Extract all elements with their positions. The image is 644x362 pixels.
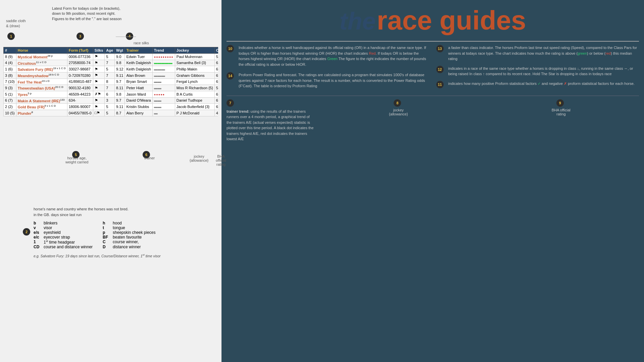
ann12-section: 12 indicates in a race of the same race … [436, 66, 639, 77]
ann13-text: a faster than class indicator. The horse… [448, 45, 639, 62]
col-age: Age [105, 47, 115, 54]
cell-age: 8 [105, 79, 115, 85]
col-form: Form (Turf) [67, 47, 93, 54]
cell-trend: ▬▬ [152, 104, 175, 110]
cell-age: 6 [105, 91, 115, 97]
cell-wgt: 9.12 [115, 66, 125, 72]
cell-or: 65 [214, 60, 218, 66]
cell-horse: Thewestwalian (USA)20 C D [16, 85, 67, 91]
cell-trainer: Keith Dalgleish [125, 66, 152, 72]
legend-bf: BFbeaten favourite [103, 235, 162, 240]
cell-form: 41/89810-487 [67, 79, 93, 85]
cell-horse: Salvatore Fury (IRE)19 v 1 C D [16, 66, 67, 72]
table-header-row: # Horse Form (Turf) Silks Age Wgt Traine… [4, 47, 218, 54]
col-trainer: Trainer [125, 47, 152, 54]
cell-num: 1 (6) [4, 66, 16, 72]
table-row: 2 (2) Gold Beau (FR)5 v 1 C D 18006-9000… [4, 104, 218, 110]
cell-form: 18006-90007 [67, 104, 93, 110]
cell-num: 4 (4) [4, 60, 16, 66]
circle-2: 2 [23, 228, 30, 236]
cell-form: 27058000-74 [67, 60, 93, 66]
right-right-col: 13 a faster than class indicator. The ho… [436, 45, 639, 94]
cell-age: 7 [105, 72, 115, 79]
cell-or: 57 [214, 54, 218, 60]
legend-v: vvisor [34, 225, 93, 230]
cell-trainer: Jason Ward [125, 91, 152, 97]
legend-c: Ccourse winner, [103, 240, 162, 245]
circle-9: 9 [556, 99, 564, 107]
cell-age: 7 [105, 60, 115, 66]
cell-form: 0-720970280 [67, 72, 93, 79]
cell-form: 900132-4180 [67, 85, 93, 91]
cell-or: 65 [214, 91, 218, 97]
cell-or: 69 [214, 66, 218, 72]
col-horse: Horse [16, 47, 67, 54]
cell-silks: ⚑ [93, 104, 105, 110]
legend-h: hhood [103, 221, 162, 225]
brand-race-guides: race guides [377, 5, 526, 35]
ann8-section: 8 jockey{allowance} [320, 99, 477, 142]
circle-3: 3 [77, 33, 84, 40]
cell-trainer: Bryan Smart [125, 79, 152, 85]
cell-num: 3 (8) [4, 72, 16, 79]
cell-silks: □⚑ [93, 110, 105, 116]
circle-8: 8 [394, 99, 401, 107]
cell-wgt: 9.11 [115, 104, 125, 110]
left-panel: saddle cloth& (draw) Latest Form for tod… [0, 0, 221, 362]
ann9-text: BHA officialrating [483, 108, 639, 116]
cell-jockey: Phillip Makin [175, 66, 214, 72]
cell-trend: ▬▬▬ [152, 72, 175, 79]
right-panel: the race guides 10 Indicates whether a h… [221, 0, 644, 362]
cell-jockey: Fergal Lynch [175, 79, 214, 85]
table-row: 10 (5) Plunder8 04455/7805-0 □⚑ 5 8.7 Al… [4, 110, 218, 116]
ann7-text: trainer trend: using the results of all … [227, 109, 314, 142]
cell-num: 7 (10) [4, 79, 16, 85]
table-row: 1 (6) Salvatore Fury (IRE)19 v 1 C D 330… [4, 66, 218, 72]
cell-form: 0006-077236 [67, 54, 93, 60]
cell-horse: Feel The Heat19 v D [16, 79, 67, 85]
table-row: 7 (10) Feel The Heat19 v D 41/89810-487 … [4, 79, 218, 85]
legend-cd: CDcourse and distance winner [34, 245, 93, 249]
ann6-label: trainer [144, 156, 155, 160]
cell-trainer: Peter Hiatt [125, 85, 152, 91]
legend-es: e/seyeshield [34, 230, 93, 235]
circle-4: 4 [126, 33, 133, 40]
cell-silks: ⚑ [93, 72, 105, 79]
circle-14: 14 [227, 72, 234, 80]
ann9-section: 9 BHA officialrating [483, 99, 639, 142]
col-num: # [4, 47, 16, 54]
col-or: OR [214, 47, 218, 54]
table-body: 8 (9) Mystical Moment28 p 0006-077236 ⚑ … [4, 54, 218, 116]
cell-trainer: Keith Dalgleish [125, 60, 152, 66]
cell-form: 04455/7805-0 [67, 110, 93, 116]
cell-horse: Meandmyshadow18 b C D [16, 72, 67, 79]
cell-jockey: Graham Gibbons [175, 72, 214, 79]
legend-area: bblinkers hhood vvisor ttongue e/seyeshi… [34, 218, 162, 258]
cell-jockey: Miss R Richardson {5} [175, 85, 214, 91]
circle-10: 10 [227, 45, 234, 52]
col-jockey: Jockey [175, 47, 214, 54]
cell-age: 7 [105, 85, 115, 91]
cell-jockey: B A Curtis [175, 91, 214, 97]
ann8-label: jockey{allowance} [190, 154, 208, 162]
cell-or: 47 [214, 110, 218, 116]
cell-horse: Plunder8 [16, 110, 67, 116]
ann8-text: jockey{allowance} [320, 108, 477, 116]
brand-the: the [340, 8, 376, 35]
cell-jockey: P J McDonald [175, 110, 214, 116]
cell-form: 634- [67, 97, 93, 104]
cell-trainer: Kristin Stubbs [125, 104, 152, 110]
cell-trainer: Alan Berry [125, 110, 152, 116]
ann5-label: horses age,weight carried [65, 156, 88, 164]
cell-num: 8 (9) [4, 54, 16, 60]
cell-or: 68 [214, 97, 218, 104]
legend-1: 11st time headgear [34, 240, 93, 245]
cell-form: 33027-98687 [67, 66, 93, 72]
cell-wgt: 8.11 [115, 85, 125, 91]
ann9-label: BHA officialrating [216, 154, 226, 166]
legend-example: e.g. Salvatore Fury: 19 days since last … [34, 253, 162, 258]
table-row: 5 (1) Ypres5 p 46509-44223 ✗⚑ 6 9.8 Jaso… [4, 91, 218, 97]
legend-d: Ddistance winner [103, 245, 162, 249]
cell-silks: ⚑ [93, 79, 105, 85]
cell-age: 3 [105, 97, 115, 104]
